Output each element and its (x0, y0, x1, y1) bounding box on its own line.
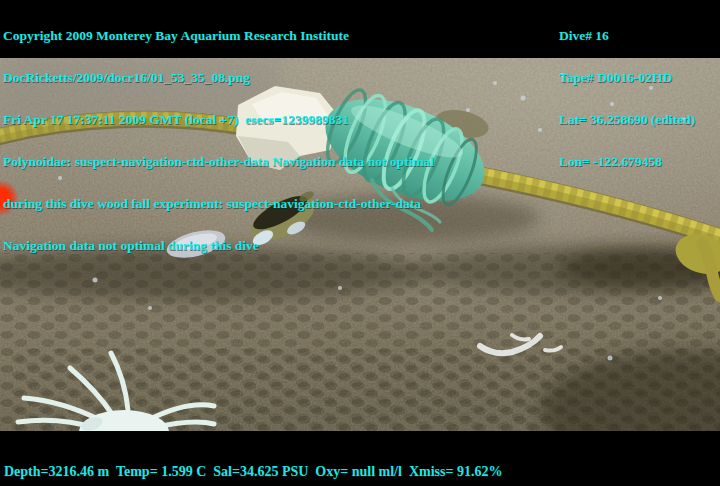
header-right-overlay: Dive# 16 Tape# D0016-02HD Lat= 36.258690… (559, 1, 695, 197)
longitude: Lon= -122.679458 (559, 155, 695, 169)
tape-number: Tape# D0016-02HD (559, 71, 695, 85)
telemetry-bar: Depth=3216.46 m Temp= 1.599 C Sal=34.625… (4, 465, 502, 479)
dive-number: Dive# 16 (559, 29, 695, 43)
annotation-line-3: Navigation data not optimal during this … (3, 239, 434, 253)
file-path-line: DocRicketts/2009/docr16/01_53_35_08.png (3, 71, 434, 85)
timestamp-line: Fri Apr 17 17:37:11 2009 GMT (local +7) … (3, 113, 434, 127)
latitude: Lat= 36.258690 (edited) (559, 113, 695, 127)
copyright-line: Copyright 2009 Monterey Bay Aquarium Res… (3, 29, 434, 43)
annotation-line-1: Polynoidae: suspect-navigation-ctd-other… (3, 155, 434, 169)
annotation-line-2: during this dive wood fall experiment: s… (3, 197, 434, 211)
video-frame: Copyright 2009 Monterey Bay Aquarium Res… (0, 0, 720, 486)
header-left-overlay: Copyright 2009 Monterey Bay Aquarium Res… (3, 1, 434, 281)
